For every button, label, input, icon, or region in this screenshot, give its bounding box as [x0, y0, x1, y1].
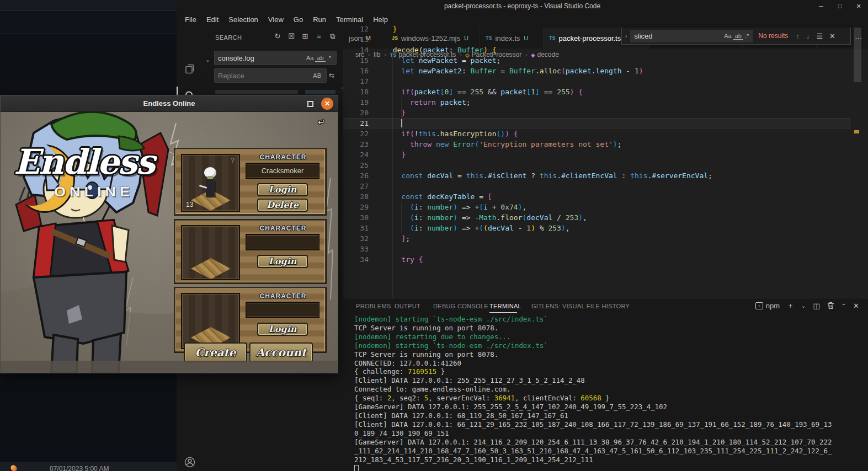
panel-tab-problems[interactable]: PROBLEMS: [356, 303, 391, 309]
explorer-icon[interactable]: [177, 60, 203, 78]
replace-all-icon[interactable]: ⇆: [329, 72, 334, 79]
token: => -: [457, 213, 479, 222]
token: decVal: [526, 213, 552, 222]
minimize-button[interactable]: ─: [812, 0, 830, 12]
game-close-button[interactable]: ✕: [321, 98, 333, 110]
endless-logo-subtext: ONLINE: [54, 184, 134, 200]
line-number: 34: [343, 254, 369, 265]
panel-tab-terminal[interactable]: TERMINAL: [489, 303, 521, 309]
token: (: [384, 213, 414, 222]
menu-view[interactable]: View: [263, 12, 289, 28]
terminal-line: [Client] DATA 127.0.0.1: 66_121_29_165_2…: [354, 420, 833, 438]
clear-search-results-icon[interactable]: ☒: [286, 32, 296, 41]
menu-selection[interactable]: Selection: [223, 12, 263, 28]
token: this: [630, 172, 647, 180]
login-button[interactable]: Login: [257, 323, 308, 336]
token: (: [483, 224, 488, 232]
menu-run[interactable]: Run: [308, 12, 331, 28]
menu-go[interactable]: Go: [289, 12, 308, 28]
character-name-field[interactable]: Cracksmoker: [246, 163, 319, 179]
kill-terminal-icon[interactable]: [827, 302, 834, 309]
code-lines: 12 }1314 decode(packet: Buffer) {15 let …: [343, 61, 868, 265]
scrollbar-thumb[interactable]: [854, 61, 861, 82]
character-name-field[interactable]: [246, 302, 319, 318]
game-client-area[interactable]: Endless ONLINE 13?CHARACTERCracksmokerLo…: [1, 112, 338, 373]
code-line: 31 (i: number) => +((decVal - 1) % 253),: [343, 223, 868, 233]
maximize-panel-icon[interactable]: ⌃: [842, 303, 846, 309]
token: .: [535, 67, 540, 75]
close-button[interactable]: ✕: [849, 0, 868, 12]
token: ,: [523, 203, 527, 211]
token: .: [483, 172, 488, 180]
panel-tab-output[interactable]: OUTPUT: [395, 303, 420, 309]
token: [432, 140, 436, 148]
match-case-toggle[interactable]: Aa: [305, 55, 315, 61]
terminal-text: [nodemon] starting `ts-node-esm ./src/in…: [354, 315, 548, 323]
panel-tab-gitlens-visual-file-history[interactable]: GITLENS: VISUAL FILE HISTORY: [531, 303, 630, 309]
token: this: [419, 130, 436, 138]
editor-scrollbar[interactable]: [852, 61, 863, 265]
account-icon[interactable]: [177, 453, 203, 471]
terminal-line: { challenge: 7169515 }: [354, 367, 833, 376]
expand-all-icon[interactable]: ≡: [314, 32, 324, 41]
search-input[interactable]: console.log Aa ab .*: [214, 51, 337, 65]
maximize-button[interactable]: □: [830, 0, 849, 12]
launch-profile-chevron-icon[interactable]: ⌄: [801, 303, 806, 309]
open-new-search-editor-icon[interactable]: ⊞: [300, 32, 310, 41]
code-text: throw new Error('Encryption parameters n…: [384, 139, 622, 149]
login-button[interactable]: Login: [257, 183, 308, 196]
line-number: 27: [343, 181, 369, 191]
login-button[interactable]: Login: [257, 255, 308, 268]
menu-edit[interactable]: Edit: [201, 12, 223, 28]
panel-tab-debug-console[interactable]: DEBUG CONSOLE: [433, 303, 488, 309]
terminal-shell-picker[interactable]: › npm: [755, 302, 780, 310]
delete-button[interactable]: Delete: [257, 199, 308, 212]
token: ) {: [505, 130, 518, 138]
preserve-case-toggle[interactable]: AB: [311, 72, 323, 79]
refresh-icon[interactable]: ↻: [273, 32, 283, 41]
line-number: 17: [343, 76, 369, 87]
search-query: console.log: [218, 54, 305, 62]
game-maximize-button[interactable]: [307, 101, 313, 107]
token: -: [514, 224, 526, 232]
token: const: [384, 192, 423, 201]
line-number: 16: [343, 66, 369, 76]
character-slot-header: CHARACTER: [246, 292, 321, 300]
token: ?: [526, 172, 539, 180]
token: [: [488, 192, 492, 201]
token: {: [419, 255, 423, 264]
token: ]: [384, 234, 406, 243]
game-titlebar[interactable]: Endless Online: [1, 95, 338, 112]
line-number: 31: [343, 223, 369, 233]
character-hint: ?: [231, 157, 235, 164]
token: &&: [483, 88, 500, 96]
character-slot-1: 13?CHARACTERCracksmokerLoginDelete: [174, 148, 326, 215]
token: :: [419, 224, 428, 232]
menu-file[interactable]: File: [180, 12, 201, 28]
split-terminal-icon[interactable]: ◫: [813, 302, 819, 310]
replace-input[interactable]: Replace AB: [214, 68, 327, 83]
token: +: [488, 203, 500, 211]
toggle-replace-chevron[interactable]: ⌄: [205, 56, 210, 63]
new-terminal-icon[interactable]: ＋: [787, 301, 794, 311]
shell-label: npm: [766, 302, 780, 310]
close-panel-icon[interactable]: ✕: [853, 302, 859, 310]
code-text: (i: number) => +(i + 0x74),: [384, 202, 526, 212]
mouse-cursor: ↵: [318, 117, 325, 127]
titlebar[interactable]: packet-processor.ts - eoproxy-ts - Visua…: [177, 0, 868, 12]
line-number: 19: [343, 97, 369, 108]
code-line: 16 let newPacket2: Buffer = Buffer.alloc…: [343, 66, 868, 76]
whole-word-toggle[interactable]: ab: [315, 55, 325, 62]
token: ;: [708, 172, 712, 180]
collapse-all-icon[interactable]: ⧉: [328, 32, 338, 41]
create-button[interactable]: Create: [184, 342, 247, 362]
terminal-line: TCP Server is running on port 8078.: [354, 324, 833, 333]
line-number: 26: [343, 170, 369, 181]
code-editor[interactable]: 12 }1314 decode(packet: Buffer) {15 let …: [343, 61, 868, 298]
regex-toggle[interactable]: .*: [326, 55, 333, 61]
token: decVal: [427, 172, 453, 180]
account-button[interactable]: Account: [249, 342, 313, 362]
terminal-output[interactable]: [nodemon] starting `ts-node-esm ./src/in…: [354, 315, 833, 471]
character-name-field[interactable]: [246, 234, 319, 250]
token: return: [384, 98, 436, 106]
